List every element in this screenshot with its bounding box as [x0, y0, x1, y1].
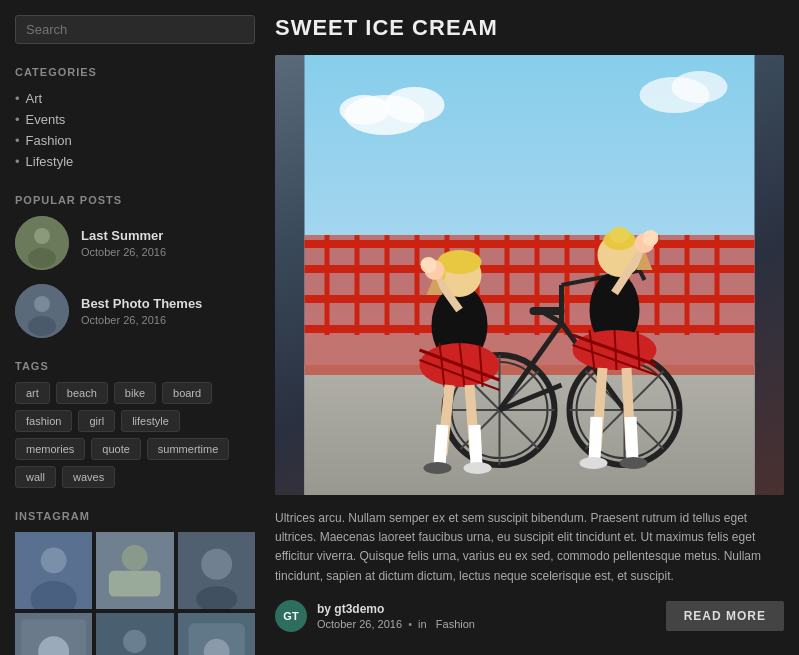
instagram-grid — [15, 532, 255, 655]
svg-rect-10 — [109, 571, 161, 597]
popular-post-1-thumb — [15, 216, 69, 270]
svg-point-108 — [385, 87, 445, 123]
svg-point-13 — [201, 549, 232, 580]
popular-post-2-date: October 26, 2016 — [81, 314, 202, 326]
sidebar: CATEGORIES Art Events Fashion Lifestyle … — [15, 15, 255, 655]
main-content: SWEET ICE CREAM — [275, 15, 784, 655]
category-item-events[interactable]: Events — [15, 109, 255, 130]
category-item-art[interactable]: Art — [15, 88, 255, 109]
categories-title: CATEGORIES — [15, 66, 255, 78]
tag-board[interactable]: board — [162, 382, 212, 404]
tags-container: art beach bike board fashion girl lifest… — [15, 382, 255, 488]
tag-bike[interactable]: bike — [114, 382, 156, 404]
post-title: SWEET ICE CREAM — [275, 15, 784, 41]
svg-line-77 — [475, 425, 477, 465]
svg-point-98 — [580, 457, 608, 469]
svg-rect-44 — [715, 235, 720, 335]
instagram-thumb-5[interactable] — [96, 613, 173, 655]
svg-rect-37 — [505, 235, 510, 335]
svg-point-1 — [34, 228, 50, 244]
popular-post-1-info: Last Summer October 26, 2016 — [81, 228, 166, 259]
post-category: Fashion — [436, 618, 475, 630]
svg-point-102 — [610, 227, 630, 243]
category-link-events[interactable]: Events — [26, 112, 66, 127]
popular-post-1-title: Last Summer — [81, 228, 166, 245]
popular-post-1[interactable]: Last Summer October 26, 2016 — [15, 216, 255, 270]
tag-memories[interactable]: memories — [15, 438, 85, 460]
tag-summertime[interactable]: summertime — [147, 438, 230, 460]
post-date: October 26, 2016 — [317, 618, 402, 630]
author-avatar: GT — [275, 600, 307, 632]
popular-posts-title: POPULAR POSTS — [15, 194, 255, 206]
svg-rect-38 — [535, 235, 540, 335]
post-footer: GT by gt3demo October 26, 2016 • in Fash… — [275, 600, 784, 632]
author-name: by gt3demo — [317, 602, 475, 616]
svg-rect-11 — [122, 545, 148, 571]
svg-point-7 — [41, 547, 67, 573]
popular-post-2[interactable]: Best Photo Themes October 26, 2016 — [15, 284, 255, 338]
instagram-thumb-6[interactable] — [178, 613, 255, 655]
post-category-prefix: in — [418, 618, 427, 630]
tag-lifestyle[interactable]: lifestyle — [121, 410, 180, 432]
author-info: by gt3demo October 26, 2016 • in Fashion — [317, 602, 475, 630]
tag-girl[interactable]: girl — [78, 410, 115, 432]
popular-post-1-date: October 26, 2016 — [81, 246, 166, 258]
tags-section: TAGS art beach bike board fashion girl l… — [15, 360, 255, 488]
category-item-fashion[interactable]: Fashion — [15, 130, 255, 151]
svg-point-19 — [123, 630, 146, 653]
svg-rect-34 — [415, 235, 420, 335]
instagram-section: INSTAGRAM — [15, 510, 255, 655]
instagram-thumb-3[interactable] — [178, 532, 255, 609]
search-input[interactable] — [15, 15, 255, 44]
svg-point-109 — [340, 95, 390, 125]
read-more-button[interactable]: READ MORE — [666, 601, 784, 631]
popular-post-2-thumb — [15, 284, 69, 338]
instagram-title: INSTAGRAM — [15, 510, 255, 522]
tags-title: TAGS — [15, 360, 255, 372]
svg-point-99 — [620, 457, 648, 469]
svg-line-96 — [595, 417, 597, 460]
category-list: Art Events Fashion Lifestyle — [15, 88, 255, 172]
svg-point-2 — [28, 248, 56, 268]
post-featured-image — [275, 55, 784, 495]
post-meta: October 26, 2016 • in Fashion — [317, 618, 475, 630]
tag-fashion[interactable]: fashion — [15, 410, 72, 432]
svg-point-111 — [672, 71, 728, 103]
category-link-lifestyle[interactable]: Lifestyle — [26, 154, 74, 169]
svg-line-97 — [631, 417, 633, 460]
svg-point-79 — [464, 462, 492, 474]
category-link-art[interactable]: Art — [26, 91, 43, 106]
svg-line-76 — [440, 425, 443, 465]
categories-section: CATEGORIES Art Events Fashion Lifestyle — [15, 66, 255, 172]
instagram-thumb-4[interactable] — [15, 613, 92, 655]
popular-post-2-info: Best Photo Themes October 26, 2016 — [81, 296, 202, 327]
category-link-fashion[interactable]: Fashion — [26, 133, 72, 148]
svg-rect-43 — [685, 235, 690, 335]
svg-point-106 — [643, 230, 659, 246]
svg-rect-42 — [655, 235, 660, 335]
svg-rect-31 — [325, 235, 330, 335]
popular-posts-section: POPULAR POSTS Last Summer October 26, 20… — [15, 194, 255, 338]
tag-wall[interactable]: wall — [15, 466, 56, 488]
tag-waves[interactable]: waves — [62, 466, 115, 488]
tag-beach[interactable]: beach — [56, 382, 108, 404]
svg-point-4 — [34, 296, 50, 312]
category-item-lifestyle[interactable]: Lifestyle — [15, 151, 255, 172]
tag-quote[interactable]: quote — [91, 438, 141, 460]
svg-rect-66 — [530, 307, 565, 315]
svg-rect-25 — [305, 365, 755, 495]
popular-post-2-title: Best Photo Themes — [81, 296, 202, 313]
tag-art[interactable]: art — [15, 382, 50, 404]
svg-point-86 — [421, 257, 437, 273]
post-body-text: Ultrices arcu. Nullam semper ex et sem s… — [275, 509, 784, 586]
instagram-thumb-2[interactable] — [96, 532, 173, 609]
instagram-thumb-1[interactable] — [15, 532, 92, 609]
post-author: GT by gt3demo October 26, 2016 • in Fash… — [275, 600, 475, 632]
svg-point-78 — [424, 462, 452, 474]
svg-point-5 — [28, 316, 56, 336]
post-image-wrapper — [275, 55, 784, 495]
svg-rect-32 — [355, 235, 360, 335]
svg-rect-33 — [385, 235, 390, 335]
